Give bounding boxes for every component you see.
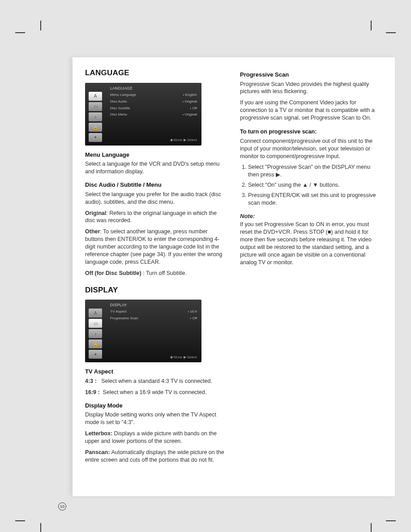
osd-tab-icons: A ▭ ♪ 🔒 ✦ <box>89 92 104 143</box>
heading-language: LANGUAGE <box>85 68 227 78</box>
display-tab-icon: ▭ <box>89 319 102 328</box>
osd-item-label: Disc Subtitle <box>110 106 130 111</box>
crop-mark <box>40 21 41 30</box>
body-text: Progressive Scan Video provides the high… <box>240 81 382 96</box>
audio-tab-icon: ♪ <box>89 112 102 121</box>
display-tab-icon: ▭ <box>89 102 102 111</box>
other-tab-icon: ✦ <box>89 350 102 359</box>
body-text: If you set Progressive Scan to ON in err… <box>240 221 382 266</box>
heading-menu-language: Menu Language <box>85 151 227 159</box>
body-text: If you are using the Component Video jac… <box>240 99 382 122</box>
body-text: Panscan: Automatically displays the wide… <box>85 449 227 464</box>
screenshot-display-menu: DISPLAY A ▭ ♪ 🔒 ✦ TV Aspect16:9 Progress… <box>85 300 201 362</box>
osd-item-value: Off <box>190 106 197 111</box>
definition-text: Select when a standard 4:3 TV is connect… <box>101 378 212 384</box>
other-tab-icon: ✦ <box>89 133 102 142</box>
osd-item-label: Disc Audio <box>110 99 127 104</box>
crop-mark <box>371 21 372 30</box>
column-left: LANGUAGE LANGUAGE A ▭ ♪ 🔒 ✦ Menu Languag… <box>85 68 227 468</box>
term-off: Off (for Disc Subtitle) <box>85 270 141 276</box>
body-text: 4:3 : Select when a standard 4:3 TV is c… <box>85 378 227 385</box>
body-text: Select a language for the VCR and DVD's … <box>85 160 227 176</box>
osd-tab-icons: A ▭ ♪ 🔒 ✦ <box>89 309 104 360</box>
osd-item-label: TV Aspect <box>110 309 126 314</box>
body-text: Select the language you prefer for the a… <box>85 191 227 206</box>
osd-title: DISPLAY <box>110 302 127 308</box>
list-item: Pressing ENTER/OK will set this unit to … <box>248 192 382 207</box>
osd-title: LANGUAGE <box>110 86 133 91</box>
term-16-9: 16:9 : <box>85 389 100 395</box>
lock-tab-icon: 🔒 <box>89 123 102 132</box>
osd-footer: ◆ Move ▶ Select <box>170 138 197 143</box>
osd-item-value: Original <box>182 99 197 104</box>
steps-list: Select "Progressive Scan" on the DISPLAY… <box>248 163 382 206</box>
osd-footer: ◆ Move ▶ Select <box>170 355 197 360</box>
crop-mark <box>371 523 372 532</box>
osd-items: Menu LanguageEnglish Disc AudioOriginal … <box>110 93 197 119</box>
definition-text: : To select another language, press numb… <box>85 228 222 265</box>
heading-disc-audio: Disc Audio / Subtitle / Menu <box>85 181 227 189</box>
body-text: Other: To select another language, press… <box>85 228 227 266</box>
body-text: 16:9 : Select when a 16:9 wide TV is con… <box>85 389 227 396</box>
osd-item-label: Menu Language <box>110 93 136 98</box>
term-original: Original <box>85 210 106 216</box>
crop-mark <box>386 32 396 33</box>
lock-tab-icon: 🔒 <box>89 339 102 348</box>
heading-turn-on-progressive: To turn on progressive scan: <box>240 128 382 136</box>
term-panscan: Panscan: <box>85 449 110 455</box>
audio-tab-icon: ♪ <box>89 329 102 338</box>
osd-item-value: 16:9 <box>188 309 197 314</box>
body-text: Off (for Disc Subtitle) : Turn off Subti… <box>85 270 227 277</box>
crop-mark <box>15 32 25 33</box>
term-4-3: 4:3 : <box>85 378 97 384</box>
osd-item-value: English <box>183 93 197 98</box>
column-right: Progressive Scan Progressive Scan Video … <box>240 68 382 468</box>
screenshot-language-menu: LANGUAGE A ▭ ♪ 🔒 ✦ Menu LanguageEnglish … <box>85 83 201 146</box>
heading-tv-aspect: TV Aspect <box>85 368 227 376</box>
language-tab-icon: A <box>89 309 102 317</box>
body-text: Display Mode setting works only when the… <box>85 411 227 426</box>
heading-display: DISPLAY <box>85 285 227 296</box>
crop-mark <box>386 520 396 521</box>
list-item: Select "Progressive Scan" on the DISPLAY… <box>248 163 382 179</box>
osd-item-value: Off <box>190 316 197 321</box>
osd-items: TV Aspect16:9 Progressive ScanOff <box>110 309 197 323</box>
body-text: Original: Refers to the original languag… <box>85 210 227 225</box>
osd-item-value: Original <box>182 112 197 117</box>
page-number: 10 <box>58 502 66 511</box>
heading-note: Note: <box>240 212 382 220</box>
body-text: Connect component/progressive out of thi… <box>240 137 382 160</box>
language-tab-icon: A <box>89 92 102 101</box>
heading-progressive-scan: Progressive Scan <box>240 71 382 79</box>
list-item: Select "On" using the ▲ / ▼ buttons. <box>248 181 382 189</box>
heading-display-mode: Display Mode <box>85 402 227 410</box>
osd-item-label: Disc Menu <box>110 112 127 117</box>
manual-page: LANGUAGE LANGUAGE A ▭ ♪ 🔒 ✦ Menu Languag… <box>73 57 395 496</box>
term-other: Other <box>85 228 100 235</box>
osd-item-label: Progressive Scan <box>110 316 138 321</box>
body-text: Letterbox: Displays a wide picture with … <box>85 430 227 445</box>
definition-text: : Turn off Subtitle. <box>141 270 187 276</box>
definition-text: Select when a 16:9 wide TV is connected. <box>103 389 207 395</box>
crop-mark <box>40 523 41 532</box>
crop-mark <box>15 520 25 521</box>
term-letterbox: Letterbox: <box>85 430 112 437</box>
